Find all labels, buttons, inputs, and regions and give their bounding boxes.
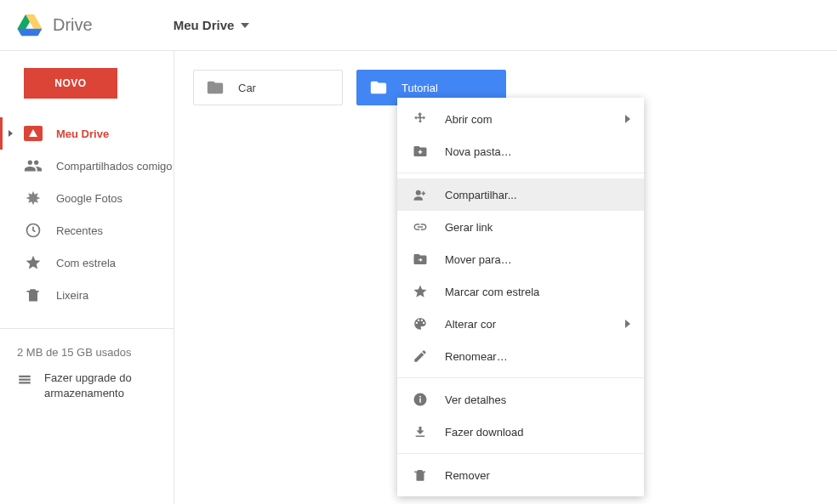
menu-label: Gerar link <box>445 221 493 234</box>
sidebar-item-trash[interactable]: Lixeira <box>0 279 174 311</box>
open-with-icon <box>413 111 435 127</box>
storage-icon <box>17 372 32 388</box>
menu-change-color[interactable]: Alterar cor <box>397 308 644 340</box>
people-icon <box>24 156 43 175</box>
svg-point-7 <box>419 396 421 398</box>
menu-label: Fazer download <box>445 426 524 439</box>
svg-rect-6 <box>419 399 421 403</box>
download-icon <box>413 424 435 439</box>
menu-share[interactable]: Compartilhar... <box>397 178 644 211</box>
upgrade-storage-link[interactable]: Fazer upgrade do armazenamento <box>17 371 165 400</box>
chevron-right-icon <box>625 320 630 328</box>
menu-label: Abrir com <box>445 113 493 126</box>
star-icon <box>413 284 435 299</box>
trash-icon <box>24 286 43 304</box>
expand-triangle-icon[interactable] <box>9 130 13 137</box>
rename-icon <box>413 348 435 364</box>
breadcrumb[interactable]: Meu Drive <box>174 18 250 32</box>
drive-logo-icon <box>17 14 43 37</box>
context-menu: Abrir com Nova pasta… Compartilhar... Ge… <box>397 98 644 496</box>
upgrade-label: Fazer upgrade do armazenamento <box>44 371 165 400</box>
svg-rect-3 <box>19 382 31 383</box>
svg-rect-2 <box>19 379 31 381</box>
sidebar-item-starred[interactable]: Com estrela <box>0 246 174 279</box>
sidebar: NOVO Meu Drive Compartilhados comigo <box>0 51 174 504</box>
sidebar-item-photos[interactable]: Google Fotos <box>0 182 174 214</box>
svg-rect-1 <box>19 376 31 377</box>
menu-label: Mover para… <box>445 253 512 266</box>
breadcrumb-label: Meu Drive <box>174 18 235 32</box>
menu-label: Remover <box>445 469 490 482</box>
new-folder-icon <box>413 144 435 159</box>
menu-label: Ver detalhes <box>445 394 506 406</box>
folder-icon <box>206 78 225 97</box>
folder-label: Tutorial <box>401 82 438 94</box>
menu-new-folder[interactable]: Nova pasta… <box>397 135 644 167</box>
menu-label: Compartilhar... <box>445 189 517 201</box>
trash-icon <box>413 467 435 483</box>
sidebar-item-label: Com estrela <box>56 257 116 269</box>
photos-icon <box>24 189 43 207</box>
star-icon <box>24 253 43 272</box>
chevron-down-icon <box>241 23 249 28</box>
app-title: Drive <box>53 15 93 35</box>
menu-divider <box>397 377 644 378</box>
move-icon <box>413 252 435 267</box>
palette-icon <box>413 316 435 331</box>
menu-open-with[interactable]: Abrir com <box>397 103 644 135</box>
sidebar-item-my-drive[interactable]: Meu Drive <box>0 117 174 150</box>
menu-star[interactable]: Marcar com estrela <box>397 275 644 308</box>
menu-label: Nova pasta… <box>445 145 512 158</box>
chevron-right-icon <box>625 115 630 123</box>
sidebar-nav: Meu Drive Compartilhados comigo Google F… <box>0 117 174 311</box>
menu-download[interactable]: Fazer download <box>397 416 644 448</box>
sidebar-item-label: Recentes <box>56 224 103 237</box>
menu-divider <box>397 173 644 173</box>
menu-details[interactable]: Ver detalhes <box>397 383 644 416</box>
info-icon <box>413 392 435 407</box>
svg-point-4 <box>416 190 421 195</box>
storage-usage-label: 2 MB de 15 GB usados <box>17 346 165 359</box>
sidebar-item-recent[interactable]: Recentes <box>0 214 174 246</box>
menu-label: Alterar cor <box>445 318 496 331</box>
folder-icon <box>369 78 388 97</box>
sidebar-item-shared[interactable]: Compartilhados comigo <box>0 150 174 182</box>
menu-remove[interactable]: Remover <box>397 459 644 491</box>
menu-divider <box>397 453 644 454</box>
folder-card[interactable]: Car <box>193 70 343 105</box>
link-icon <box>413 219 435 235</box>
folder-label: Car <box>238 82 256 94</box>
menu-rename[interactable]: Renomear… <box>397 340 644 372</box>
drive-icon <box>24 124 43 143</box>
menu-label: Marcar com estrela <box>445 286 539 298</box>
new-button[interactable]: NOVO <box>24 68 117 99</box>
clock-icon <box>24 221 43 240</box>
header: Drive Meu Drive <box>0 0 837 51</box>
menu-label: Renomear… <box>445 350 508 363</box>
sidebar-item-label: Compartilhados comigo <box>56 160 173 173</box>
share-icon <box>413 187 435 202</box>
menu-get-link[interactable]: Gerar link <box>397 211 644 243</box>
storage-section: 2 MB de 15 GB usados Fazer upgrade do ar… <box>0 328 174 400</box>
sidebar-item-label: Google Fotos <box>56 192 122 205</box>
sidebar-item-label: Meu Drive <box>56 127 109 140</box>
sidebar-item-label: Lixeira <box>56 289 88 302</box>
menu-move-to[interactable]: Mover para… <box>397 243 644 275</box>
